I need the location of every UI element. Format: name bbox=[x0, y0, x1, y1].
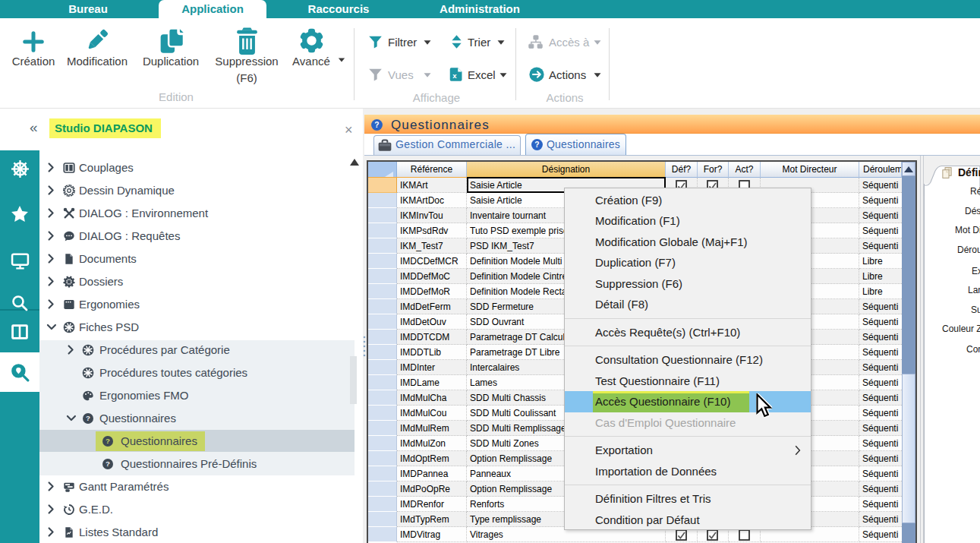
svg-text:?: ? bbox=[534, 140, 539, 149]
svg-text:?: ? bbox=[106, 459, 110, 468]
svg-text:?: ? bbox=[374, 121, 379, 129]
svg-text:?: ? bbox=[86, 414, 90, 422]
svg-text:?: ? bbox=[106, 437, 110, 445]
svg-text:x: x bbox=[452, 71, 457, 80]
